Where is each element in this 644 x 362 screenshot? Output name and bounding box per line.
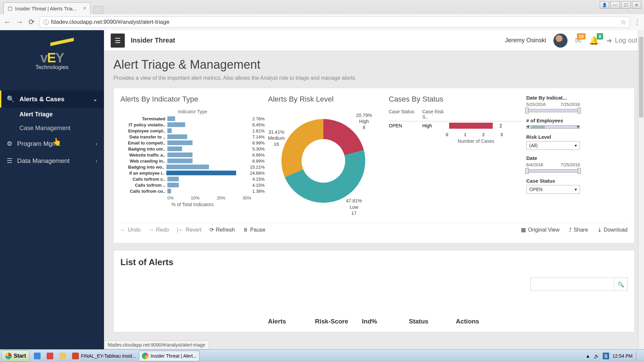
bar-row[interactable]: Website traffic a.. 8.99% (120, 152, 265, 158)
bar-row[interactable]: Badging into wo.. 15.21% (120, 164, 265, 170)
table-row[interactable]: OPEN High 2 (389, 121, 523, 130)
page-description: Provides a view of the important alert m… (113, 75, 635, 81)
chevron-down-icon: ⌄ (93, 97, 97, 102)
column-header[interactable]: Alerts (268, 318, 302, 325)
maximize-button[interactable]: ☐ (621, 1, 631, 9)
redo-button[interactable]: → Redo (149, 227, 169, 233)
share-button[interactable]: ⤴ Share (569, 227, 588, 233)
search-icon: 🔍 (7, 95, 15, 103)
bar-row[interactable]: Calls to/from .. 4.15% (120, 182, 265, 188)
tray-arrow-icon[interactable]: ▲ (586, 353, 590, 359)
search-button[interactable]: 🔍 (614, 278, 627, 291)
revert-button[interactable]: |← Revert (177, 227, 202, 233)
back-button[interactable]: ← (3, 18, 11, 26)
chevron-left-icon: ‹ (96, 141, 97, 146)
bar-row[interactable]: Data transfer to .. 7.14% (120, 134, 265, 140)
case-bar (449, 123, 493, 129)
chart-risk-level: Alerts By Risk Level 20.79% High 8 47.81… (268, 95, 385, 220)
mail-icon[interactable]: ✉16 (575, 36, 582, 45)
logout-button[interactable]: ➜ Log out (606, 37, 637, 45)
site-info-icon[interactable]: ⓘ (43, 18, 49, 26)
logo: vEY Technologies (0, 30, 104, 90)
sidebar-section-data[interactable]: ☰ Data Management ‹ (0, 152, 104, 169)
bar-row[interactable]: Web crawling in.. 8.99% (120, 158, 265, 164)
taskbar-ppt[interactable]: FINAL_EY-Tableau Insid... (69, 351, 139, 361)
taskbar-chrome[interactable]: Insider Threat | Alert... (139, 351, 200, 361)
url-text: fdadev.cloudapp.net:9090/#/analyst/alert… (51, 19, 169, 25)
list-title: List of Alerts (120, 257, 628, 267)
taskbar-explorer[interactable] (56, 351, 69, 361)
undo-button[interactable]: ← Undo (120, 227, 141, 233)
tab-close-icon[interactable]: × (83, 5, 86, 11)
column-header[interactable]: Ind% (362, 318, 395, 325)
donut-chart[interactable] (281, 119, 365, 203)
windows-icon (5, 353, 12, 359)
bell-icon[interactable]: 🔔8 (589, 36, 599, 45)
chevron-left-icon: ‹ (96, 158, 97, 164)
app-title: Insider Threat (131, 37, 175, 44)
chart-indicator-type: Alerts By Indicator Type Indicator Type … (120, 95, 265, 220)
case-status-dropdown[interactable]: OPEN▾ (526, 185, 580, 194)
bar-row[interactable]: If an employee i.. 24.88% (120, 170, 265, 176)
bar-row[interactable]: Terminated 2.76% (120, 116, 265, 122)
new-tab-button[interactable] (93, 6, 103, 14)
column-header[interactable]: Status (409, 318, 442, 325)
sidebar-item-alert-triage[interactable]: Alert Triage (0, 108, 104, 121)
sidebar: vEY Technologies 🔍 Alerts & Cases ⌄ Aler… (0, 30, 104, 349)
taskbar-ie[interactable] (31, 351, 44, 361)
tray-volume-icon[interactable]: 🔊 (594, 353, 599, 359)
bar-row[interactable]: Calls to/from co.. 1.38% (120, 188, 265, 194)
donut-label-medium: 31.41% Medium 16 (268, 129, 285, 147)
column-header[interactable]: Actions (456, 318, 489, 325)
reload-button[interactable]: ⟳ (28, 18, 36, 26)
logout-icon: ➜ (606, 37, 612, 45)
chevron-down-icon: ▾ (575, 143, 577, 148)
username: Jeremy Osinski (505, 37, 546, 44)
gear-icon: ⚙ (7, 140, 12, 147)
tray-s-icon[interactable]: S (603, 353, 609, 359)
search-input[interactable]: 🔍 (530, 278, 628, 291)
pause-button[interactable]: ⏸ Pause (243, 227, 265, 233)
date-slider[interactable] (526, 169, 580, 173)
scrollbar[interactable] (638, 30, 644, 349)
sidebar-section-alerts[interactable]: 🔍 Alerts & Cases ⌄ (0, 90, 104, 108)
bar-row[interactable]: Email to competi.. 8.99% (120, 140, 265, 146)
hamburger-menu[interactable]: ☰ (111, 34, 125, 48)
donut-label-high: 20.79% High 8 (356, 112, 372, 131)
date-indicator-slider[interactable] (526, 109, 580, 112)
bar-row[interactable]: Badging into unr.. 5.30% (120, 146, 265, 152)
minimize-button[interactable]: — (610, 1, 620, 9)
sidebar-item-case-management[interactable]: Case Management (0, 121, 104, 135)
bar-row[interactable]: IT policy violatio.. 6.45% (120, 122, 265, 128)
bookmark-star-icon[interactable]: ☆ (620, 18, 626, 26)
employees-slider[interactable]: ◄ ► (526, 125, 580, 129)
refresh-button[interactable]: ⟳ Refresh (210, 227, 235, 233)
column-header[interactable]: Risk-Score (315, 318, 348, 325)
chevron-down-icon: ▾ (575, 187, 577, 192)
donut-label-low: 47.81% Low 17 (346, 198, 362, 216)
tab-title: Insider Threat | Alerts Tria... (15, 6, 77, 11)
original-view-button[interactable]: ▦ Original View (521, 227, 559, 233)
forward-button[interactable]: → (15, 18, 23, 26)
browser-tab[interactable]: ▢ Insider Threat | Alerts Tria... × (3, 2, 91, 14)
address-bar[interactable]: ⓘ fdadev.cloudapp.net:9090/#/analyst/ale… (40, 16, 630, 28)
close-window-button[interactable]: ✕ (632, 1, 641, 9)
user-menu-icon[interactable]: 👤 (600, 1, 609, 9)
bar-row[interactable]: Employee compl.. 1.61% (120, 128, 265, 134)
sidebar-section-program[interactable]: ⚙ Program Mgmt. ‹ (0, 135, 104, 152)
taskbar-snip[interactable] (44, 351, 56, 361)
search-field[interactable] (531, 278, 614, 291)
risk-level-dropdown[interactable]: (All)▾ (526, 141, 580, 150)
clock[interactable]: 12:54 PM (612, 353, 633, 359)
avatar[interactable] (553, 34, 568, 48)
browser-menu-icon[interactable]: ⋮ (634, 18, 641, 26)
page-title: Alert Triage & Management (113, 58, 635, 72)
download-button[interactable]: ⤓ Download (597, 227, 628, 233)
status-bar-link: fdadev.cloudapp.net:9090/#/analyst/alert… (104, 341, 209, 349)
show-desktop[interactable] (636, 351, 640, 361)
bar-row[interactable]: Calls to/from c.. 4.15% (120, 176, 265, 182)
start-button[interactable]: Start (1, 350, 30, 362)
filters-panel: Date By Indicat... 5/25/20167/25/2016 # … (526, 95, 580, 220)
sliders-icon: ☰ (7, 157, 12, 165)
chart-cases-status: Cases By Status Case Status Case Risk S.… (389, 95, 523, 220)
